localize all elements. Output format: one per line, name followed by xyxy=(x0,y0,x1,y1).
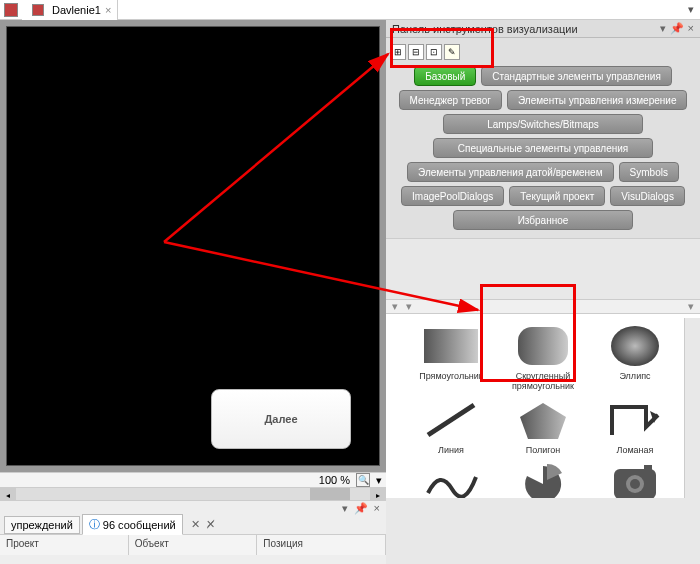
chevron-down-icon[interactable]: ▾ xyxy=(392,300,398,313)
warnings-tab[interactable]: упреждений xyxy=(4,516,80,534)
category-visudialogs[interactable]: VisuDialogs xyxy=(610,186,685,206)
category-imagepool[interactable]: ImagePoolDialogs xyxy=(401,186,504,206)
shapes-panel: ▾ ▾ ▾ Прямоугольник Скругленный прямоуго… xyxy=(386,299,700,498)
svg-point-8 xyxy=(630,479,640,489)
dropdown-icon[interactable]: ▾ xyxy=(342,502,348,515)
visu-icon xyxy=(32,4,44,16)
shapes-toolbar: ▾ ▾ ▾ xyxy=(386,300,700,314)
next-button[interactable]: Далее xyxy=(211,389,351,449)
category-symbols[interactable]: Symbols xyxy=(619,162,679,182)
app-icon xyxy=(4,3,18,17)
tab-overflow-icon[interactable]: ▾ xyxy=(682,3,700,16)
zoom-value: 100 % xyxy=(319,474,350,486)
close-icon[interactable]: × xyxy=(374,502,380,514)
pin-icon[interactable]: 📌 xyxy=(354,502,368,515)
category-special[interactable]: Специальные элементы управления xyxy=(433,138,653,158)
info-icon: ⓘ xyxy=(89,517,100,532)
shape-ellipse[interactable]: Эллипс xyxy=(593,322,677,392)
chevron-down-icon[interactable]: ▾ xyxy=(688,300,694,313)
toolbar-icon[interactable]: ⊟ xyxy=(408,44,424,60)
col-object[interactable]: Объект xyxy=(129,535,258,555)
vertical-scrollbar[interactable] xyxy=(684,318,700,498)
canvas-area: Далее xyxy=(0,20,386,472)
messages-columns: Проект Объект Позиция xyxy=(0,535,386,555)
svg-rect-1 xyxy=(518,327,568,365)
svg-rect-0 xyxy=(424,329,478,363)
messages-tab[interactable]: ⓘ 96 сообщений xyxy=(82,514,183,535)
category-datetime[interactable]: Элементы управления датой/временем xyxy=(407,162,613,182)
toolbox-categories: ⊞ ⊟ ⊡ ✎ Базовый Стандартные элементы упр… xyxy=(386,38,700,239)
toolbox-header: Панель инструментов визуализации ▾ 📌 × xyxy=(386,20,700,38)
shape-rectangle[interactable]: Прямоугольник xyxy=(409,322,493,392)
category-basic[interactable]: Базовый xyxy=(414,66,476,86)
toolbar-icon[interactable]: ✎ xyxy=(444,44,460,60)
svg-marker-4 xyxy=(520,403,566,439)
category-alarm[interactable]: Менеджер тревог xyxy=(399,90,502,110)
zoom-tool-icon[interactable]: 🔍 xyxy=(356,473,370,487)
editor-pane: Далее 100 % 🔍 ▾ ◂ ▸ xyxy=(0,20,386,498)
col-project[interactable]: Проект xyxy=(0,535,129,555)
toolbar-icon[interactable]: ⊡ xyxy=(426,44,442,60)
category-favorites[interactable]: Избранное xyxy=(453,210,633,230)
close-icon[interactable]: × xyxy=(688,22,694,35)
chevron-down-icon[interactable]: ▾ xyxy=(406,300,412,313)
category-standard[interactable]: Стандартные элементы управления xyxy=(481,66,671,86)
visualization-canvas[interactable]: Далее xyxy=(6,26,380,466)
clear-all-icon[interactable]: ✕̸ xyxy=(206,518,215,531)
pin-icon[interactable]: ▾ xyxy=(660,22,666,35)
category-measure[interactable]: Элементы управления измерение xyxy=(507,90,687,110)
shape-bezier[interactable]: Кривая Безье xyxy=(409,460,493,498)
tab-title: Davlenie1 xyxy=(52,4,101,16)
shape-line[interactable]: Линия xyxy=(409,396,493,456)
zoom-bar: 100 % 🔍 ▾ xyxy=(0,472,386,487)
next-button-label: Далее xyxy=(264,413,297,425)
zoom-dropdown-icon[interactable]: ▾ xyxy=(376,474,382,487)
svg-point-2 xyxy=(611,326,659,366)
toolbox-pane: Панель инструментов визуализации ▾ 📌 × ⊞… xyxy=(386,20,700,498)
messages-panel: ▾ 📌 × упреждений ⓘ 96 сообщений ✕ ✕̸ Про… xyxy=(0,500,386,564)
category-lamps[interactable]: Lamps/Switches/Bitmaps xyxy=(443,114,643,134)
svg-rect-9 xyxy=(644,465,652,471)
category-current-project[interactable]: Текущий проект xyxy=(509,186,605,206)
svg-line-3 xyxy=(428,405,474,435)
shape-rounded-rectangle[interactable]: Скругленный прямоугольник xyxy=(501,322,585,392)
toolbar-icon[interactable]: ⊞ xyxy=(390,44,406,60)
shape-image[interactable]: Изображение xyxy=(593,460,677,498)
col-position[interactable]: Позиция xyxy=(257,535,386,555)
shape-polygon[interactable]: Полигон xyxy=(501,396,585,456)
editor-tab-bar: Davlenie1 × ▾ xyxy=(0,0,700,20)
editor-tab[interactable]: Davlenie1 × xyxy=(22,0,118,20)
clear-icon[interactable]: ✕ xyxy=(191,518,200,531)
shape-polyline[interactable]: Ломаная xyxy=(593,396,677,456)
tab-close-icon[interactable]: × xyxy=(105,4,111,16)
toolbox-title: Панель инструментов визуализации xyxy=(392,23,578,35)
pin-icon[interactable]: 📌 xyxy=(670,22,684,35)
shape-pie[interactable]: Секторная диаграмма xyxy=(501,460,585,498)
